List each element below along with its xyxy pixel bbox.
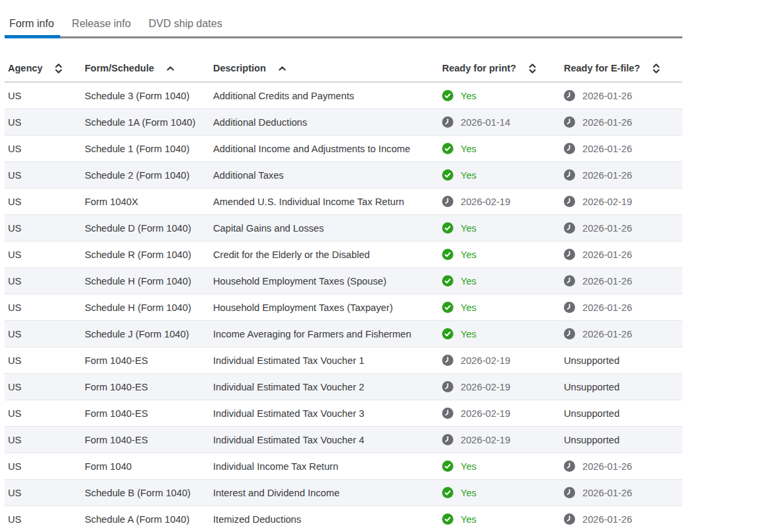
forms-availability-page: Form info Release info DVD ship dates Ag…: [0, 0, 773, 532]
table-row: US Schedule H (Form 1040) Household Empl…: [5, 268, 682, 294]
description-cell: Amended U.S. Individual Income Tax Retur…: [213, 189, 442, 215]
check-circle-icon: [442, 461, 453, 472]
agency-cell: US: [5, 480, 85, 506]
table-row: US Form 1040-ES Individual Estimated Tax…: [5, 400, 682, 427]
ready-for-efile-status: 2026-01-26: [564, 169, 682, 181]
status-text: 2026-01-26: [582, 170, 632, 181]
status-text: Unsupported: [564, 355, 619, 366]
ready-for-efile-status: 2026-01-26: [564, 513, 682, 525]
ready-for-print-status: Yes: [442, 143, 564, 154]
column-header-agency[interactable]: Agency: [5, 38, 85, 82]
ready-for-efile-status: 2026-01-26: [564, 116, 682, 128]
column-label: Form/Schedule: [85, 63, 154, 73]
form-schedule-cell: Schedule 1A (Form 1040): [85, 109, 213, 136]
check-circle-icon: [442, 143, 453, 154]
form-schedule-cell: Schedule B (Form 1040): [85, 480, 213, 506]
check-circle-icon: [442, 487, 453, 498]
sort-ascending-icon[interactable]: [167, 66, 174, 71]
check-circle-icon: [442, 169, 453, 181]
ready-for-efile-status: Unsupported: [564, 435, 682, 445]
sort-updown-icon[interactable]: [653, 64, 660, 73]
form-schedule-cell: Schedule 1 (Form 1040): [85, 136, 213, 162]
table-row: US Schedule 3 (Form 1040) Additional Cre…: [5, 82, 682, 109]
table-row: US Form 1040-ES Individual Estimated Tax…: [5, 427, 682, 453]
ready-for-print-status: 2026-02-19: [442, 381, 564, 392]
table-row: US Form 1040X Amended U.S. Individual In…: [5, 189, 682, 215]
status-text: 2026-01-26: [582, 276, 632, 287]
status-text: 2026-01-26: [582, 223, 632, 234]
status-text: 2026-02-19: [461, 408, 510, 419]
ready-for-print-status: 2026-02-19: [442, 355, 564, 366]
status-text: Yes: [461, 488, 477, 498]
agency-cell: US: [5, 189, 85, 215]
status-text: Yes: [461, 302, 477, 313]
clock-icon: [564, 461, 575, 472]
sort-ascending-icon[interactable]: [279, 66, 286, 71]
check-circle-icon: [442, 275, 453, 287]
clock-icon: [442, 196, 453, 207]
ready-for-efile-status: 2026-01-26: [564, 302, 682, 313]
tab-dvd-ship-dates[interactable]: DVD ship dates: [144, 17, 228, 36]
clock-icon: [442, 355, 453, 366]
ready-for-print-status: 2026-02-19: [442, 196, 564, 207]
forms-table: Agency Form/Schedule Description Ready f…: [5, 38, 682, 532]
clock-icon: [442, 408, 453, 419]
sort-updown-icon[interactable]: [529, 64, 536, 73]
status-text: 2026-01-26: [582, 488, 632, 498]
status-text: Yes: [461, 249, 477, 260]
form-schedule-cell: Form 1040-ES: [85, 400, 213, 427]
status-text: Yes: [461, 223, 477, 234]
clock-icon: [564, 196, 575, 207]
ready-for-print-status: Yes: [442, 249, 564, 260]
status-text: Yes: [461, 329, 477, 339]
check-circle-icon: [442, 328, 453, 339]
tab-release-info[interactable]: Release info: [68, 17, 137, 36]
ready-for-print-status: Yes: [442, 328, 564, 339]
status-text: 2026-01-26: [582, 144, 632, 154]
description-cell: Household Employment Taxes (Spouse): [213, 268, 442, 294]
clock-icon: [564, 487, 575, 498]
status-text: 2026-02-19: [461, 382, 510, 392]
form-schedule-cell: Form 1040-ES: [85, 347, 213, 374]
table-row: US Form 1040 Individual Income Tax Retur…: [5, 453, 682, 480]
status-text: Yes: [461, 91, 477, 101]
form-schedule-cell: Form 1040: [85, 453, 213, 480]
ready-for-print-status: Yes: [442, 275, 564, 287]
column-label: Description: [213, 63, 266, 73]
clock-icon: [564, 249, 575, 260]
sort-updown-icon[interactable]: [55, 64, 62, 73]
description-cell: Individual Estimated Tax Voucher 3: [213, 400, 442, 427]
check-circle-icon: [442, 249, 453, 260]
form-schedule-cell: Schedule H (Form 1040): [85, 268, 213, 294]
ready-for-efile-status: 2026-01-26: [564, 487, 682, 498]
column-header-form-schedule[interactable]: Form/Schedule: [85, 38, 213, 82]
table-row: US Schedule 1A (Form 1040) Additional De…: [5, 109, 682, 136]
column-header-description[interactable]: Description: [213, 38, 442, 82]
description-cell: Capital Gains and Losses: [213, 215, 442, 242]
status-text: Yes: [461, 461, 477, 472]
ready-for-efile-status: 2026-01-26: [564, 328, 682, 339]
ready-for-print-status: Yes: [442, 513, 564, 525]
status-text: Yes: [461, 170, 477, 181]
agency-cell: US: [5, 109, 85, 136]
column-header-ready-for-efile[interactable]: Ready for E-file?: [564, 38, 682, 82]
status-text: Yes: [461, 514, 477, 525]
clock-icon: [442, 381, 453, 392]
column-header-ready-for-print[interactable]: Ready for print?: [442, 38, 564, 82]
description-cell: Additional Deductions: [213, 109, 442, 136]
table-row: US Schedule H (Form 1040) Household Empl…: [5, 294, 682, 321]
description-cell: Additional Credits and Payments: [213, 82, 442, 109]
clock-icon: [564, 513, 575, 525]
status-text: Unsupported: [564, 382, 619, 392]
agency-cell: US: [5, 347, 85, 374]
description-cell: Additional Taxes: [213, 162, 442, 189]
tab-form-info[interactable]: Form info: [5, 17, 60, 36]
ready-for-efile-status: 2026-01-26: [564, 90, 682, 101]
status-text: 2026-01-26: [582, 91, 632, 101]
agency-cell: US: [5, 82, 85, 109]
agency-cell: US: [5, 242, 85, 268]
ready-for-print-status: Yes: [442, 169, 564, 181]
status-text: 2026-01-26: [582, 461, 632, 472]
ready-for-print-status: 2026-02-19: [442, 434, 564, 445]
form-schedule-cell: Schedule 2 (Form 1040): [85, 162, 213, 189]
